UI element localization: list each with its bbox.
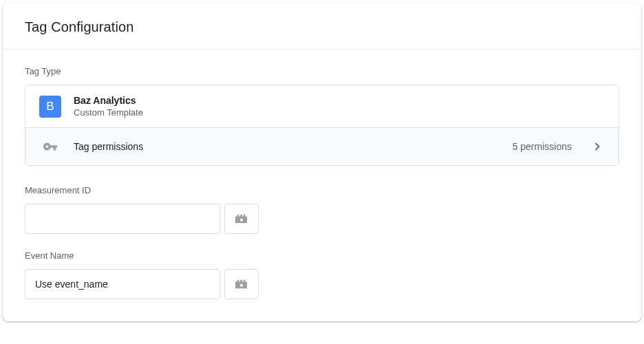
card-header: Tag Configuration [3,3,641,50]
measurement-id-label: Measurement ID [25,185,619,195]
tag-badge-icon: B [39,96,61,118]
event-name-variable-button[interactable] [224,269,259,299]
tag-type-label: Tag Type [25,66,619,76]
tag-type-box: B Baz Analytics Custom Template Tag perm… [25,85,619,166]
tag-configuration-card: Tag Configuration Tag Type B Baz Analyti… [3,3,641,321]
measurement-id-group: Measurement ID [25,185,619,234]
chevron-right-icon [590,139,605,154]
event-name-row [25,269,619,299]
event-name-group: Event Name [25,250,619,299]
key-icon-wrap [39,139,61,154]
key-icon [43,139,58,154]
measurement-id-input[interactable] [25,204,220,234]
measurement-id-variable-button[interactable] [224,204,259,234]
measurement-id-row [25,204,619,234]
variable-brick-icon [234,278,249,290]
permissions-count: 5 permissions [513,141,572,152]
event-name-label: Event Name [25,250,619,261]
card-body: Tag Type B Baz Analytics Custom Template… [3,50,641,321]
tag-type-row[interactable]: B Baz Analytics Custom Template [25,85,619,127]
tag-permissions-row[interactable]: Tag permissions 5 permissions [25,127,619,165]
event-name-input[interactable] [25,269,220,299]
tag-subtitle: Custom Template [74,107,143,118]
card-title: Tag Configuration [25,19,619,35]
tag-badge-letter: B [46,100,54,114]
tag-name: Baz Analytics [74,95,143,106]
variable-brick-icon [234,213,249,225]
permissions-label: Tag permissions [74,141,500,152]
tag-info: Baz Analytics Custom Template [74,95,143,118]
